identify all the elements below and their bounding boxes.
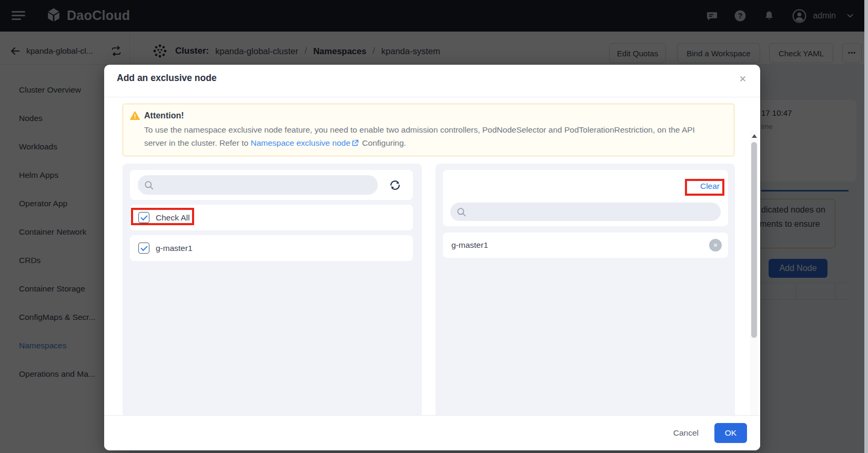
selected-search-box[interactable] [450, 203, 721, 221]
warning-heading: Attention! [144, 111, 184, 120]
namespace-exclusive-node-link[interactable]: Namespace exclusive node [250, 138, 350, 147]
available-search-input[interactable] [158, 181, 358, 189]
dialog-body: Attention! To use the namespace exclusiv… [104, 97, 760, 415]
selected-node-row: g-master1 ✕ [443, 233, 728, 258]
available-search-row [130, 170, 413, 200]
warning-triangle-icon [130, 111, 140, 120]
dialog-footer: Cancel OK [104, 415, 760, 450]
warning-body: To use the namespace exclusive node feat… [144, 123, 725, 149]
scrollbar-thumb[interactable] [751, 142, 757, 338]
remove-node-icon[interactable]: ✕ [709, 239, 722, 251]
annotation-box-check-all [131, 208, 194, 225]
scroll-up-arrow[interactable] [752, 134, 757, 138]
attention-warning-banner: Attention! To use the namespace exclusiv… [123, 104, 734, 156]
add-exclusive-node-dialog: Add an exclusive node ✕ Attention! To us… [104, 65, 760, 450]
close-icon[interactable]: ✕ [739, 74, 746, 85]
available-search-box[interactable] [138, 175, 378, 195]
warning-line-1: To use the namespace exclusive node feat… [144, 123, 725, 136]
available-nodes-panel: Check All g-master1 [123, 164, 422, 415]
refresh-icon[interactable] [388, 178, 402, 192]
ok-button[interactable]: OK [714, 423, 747, 443]
dialog-scrollbar [750, 130, 758, 415]
node-checkbox[interactable] [138, 243, 149, 254]
annotation-box-clear [685, 179, 724, 196]
warning-line-2-suffix: Configuring. [362, 138, 406, 147]
node-label: g-master1 [156, 244, 193, 253]
selected-node-label: g-master1 [451, 240, 709, 250]
selected-nodes-panel: Clear g-master1 ✕ [436, 164, 735, 415]
cancel-button[interactable]: Cancel [673, 428, 699, 438]
browser-scrollbar[interactable] [864, 0, 868, 453]
search-icon [457, 207, 466, 217]
external-link-icon[interactable] [351, 139, 359, 147]
search-icon [144, 180, 154, 190]
selected-search-input[interactable] [470, 208, 697, 216]
warning-line-2: server in the cluster. Refer to Namespac… [144, 136, 725, 149]
dialog-title: Add an exclusive node [117, 73, 217, 84]
node-row[interactable]: g-master1 [130, 235, 413, 261]
application-window: DaoCloud ? admin kpan [0, 0, 868, 453]
dialog-header: Add an exclusive node ✕ [104, 65, 760, 97]
warning-line-2-prefix: server in the cluster. Refer to [144, 138, 250, 147]
